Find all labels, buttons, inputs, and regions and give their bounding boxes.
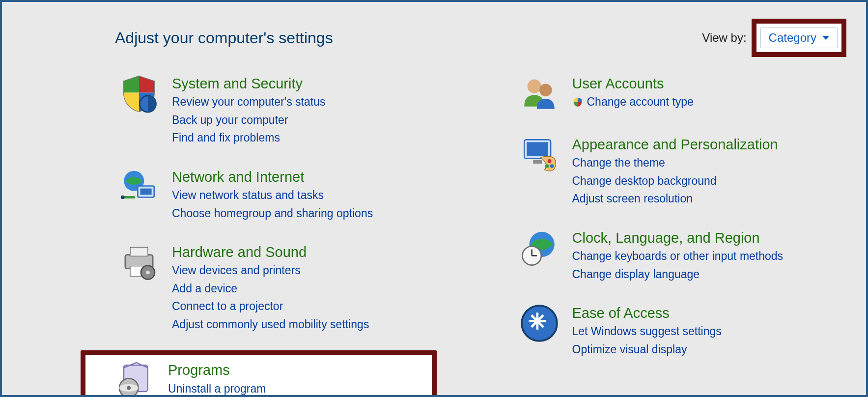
link-optimize-display[interactable]: Optimize visual display [572, 341, 722, 358]
svg-rect-18 [527, 142, 548, 156]
printer-icon [119, 242, 159, 283]
svg-point-5 [121, 195, 125, 199]
category-title-programs[interactable]: Programs [168, 361, 266, 379]
category-appearance: Appearance and Personalization Change th… [515, 132, 837, 210]
control-panel-window: Adjust your computer's settings View by:… [0, 0, 868, 397]
link-review-status[interactable]: Review your computer's status [172, 93, 325, 111]
category-programs-highlight: Programs Uninstall a program Get program… [81, 350, 437, 397]
shield-icon [119, 74, 159, 114]
category-title-clock[interactable]: Clock, Language, and Region [572, 229, 784, 247]
link-network-status[interactable]: View network status and tasks [172, 187, 373, 204]
category-title-users[interactable]: User Accounts [572, 75, 694, 92]
column-right: User Accounts Change account type [515, 71, 837, 380]
link-devices-printers[interactable]: View devices and printers [172, 262, 369, 279]
link-add-device[interactable]: Add a device [172, 280, 369, 297]
category-title-ease[interactable]: Ease of Access [572, 304, 722, 322]
users-icon [519, 74, 560, 114]
globe-network-icon [119, 167, 159, 207]
link-display-language[interactable]: Change display language [572, 266, 784, 283]
column-left: System and Security Review your computer… [115, 71, 437, 380]
link-mobility[interactable]: Adjust commonly used mobility settings [172, 316, 369, 333]
link-find-fix[interactable]: Find and fix problems [172, 129, 325, 146]
link-desktop-background[interactable]: Change desktop background [572, 172, 778, 190]
svg-point-20 [547, 159, 551, 163]
svg-point-15 [527, 80, 541, 93]
view-by-group: View by: Category [702, 19, 846, 57]
category-ease-of-access: Ease of Access Let Windows suggest setti… [515, 300, 837, 361]
view-by-highlight: Category [752, 19, 846, 57]
svg-point-14 [127, 386, 131, 390]
category-title-network[interactable]: Network and Internet [172, 168, 373, 186]
category-clock-language: Clock, Language, and Region Change keybo… [515, 225, 837, 285]
link-homegroup[interactable]: Choose homegroup and sharing options [172, 205, 373, 222]
link-keyboards[interactable]: Change keyboards or other input methods [572, 248, 784, 265]
link-suggest-settings[interactable]: Let Windows suggest settings [572, 323, 722, 340]
page-title: Adjust your computer's settings [115, 29, 333, 47]
category-network-internet: Network and Internet View network status… [115, 164, 437, 225]
view-by-value: Category [769, 31, 816, 45]
programs-icon [115, 360, 155, 397]
link-theme[interactable]: Change the theme [572, 154, 778, 171]
category-title-system[interactable]: System and Security [172, 75, 325, 92]
category-user-accounts: User Accounts Change account type [515, 71, 837, 117]
monitor-palette-icon [519, 135, 560, 175]
svg-point-16 [539, 84, 552, 97]
category-hardware-sound: Hardware and Sound View devices and prin… [115, 239, 437, 336]
chevron-down-icon [822, 36, 829, 40]
category-title-hardware[interactable]: Hardware and Sound [172, 243, 369, 261]
category-columns: System and Security Review your computer… [115, 71, 837, 380]
ease-of-access-icon [519, 303, 560, 343]
svg-point-10 [146, 271, 150, 275]
view-by-label: View by: [702, 31, 746, 45]
category-system-security: System and Security Review your computer… [115, 71, 437, 149]
svg-rect-19 [533, 160, 542, 164]
svg-rect-3 [140, 188, 152, 195]
link-screen-resolution[interactable]: Adjust screen resolution [572, 190, 778, 207]
svg-rect-7 [130, 247, 148, 256]
view-by-dropdown[interactable]: Category [760, 28, 838, 48]
link-change-account-type[interactable]: Change account type [572, 93, 694, 111]
uac-shield-icon [572, 97, 583, 108]
link-backup[interactable]: Back up your computer [172, 112, 325, 129]
link-change-account-type-text: Change account type [587, 93, 694, 111]
link-projector[interactable]: Connect to a projector [172, 298, 369, 315]
category-title-appearance[interactable]: Appearance and Personalization [572, 136, 778, 153]
svg-point-22 [545, 164, 549, 168]
link-uninstall-program[interactable]: Uninstall a program [168, 380, 266, 397]
svg-point-21 [550, 164, 554, 168]
header-bar: Adjust your computer's settings View by:… [115, 19, 846, 57]
globe-clock-icon [519, 228, 560, 268]
